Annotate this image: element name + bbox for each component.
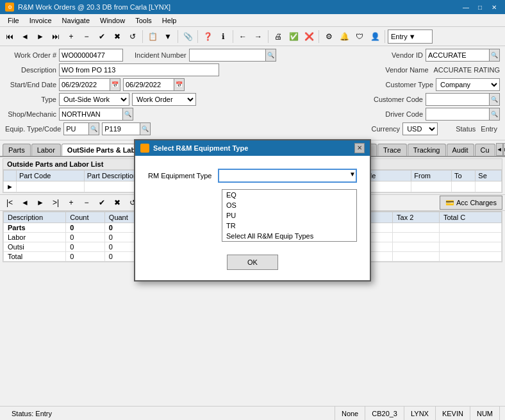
dialog-overlay: Select R&M Equipment Type ✕ RM Equipment… bbox=[0, 0, 505, 420]
dialog-title-icon bbox=[140, 144, 149, 153]
dialog-close-button[interactable]: ✕ bbox=[354, 143, 365, 153]
dropdown-item-tr[interactable]: TR bbox=[222, 221, 356, 231]
rm-equipment-type-select[interactable]: EQ OS PU TR Select All R&M Equip Types bbox=[218, 169, 357, 183]
rm-equipment-type-wrapper: EQ OS PU TR Select All R&M Equip Types ▼ bbox=[218, 169, 357, 183]
dropdown-item-os[interactable]: OS bbox=[222, 200, 356, 210]
dialog-title-text: Select R&M Equipment Type bbox=[153, 144, 248, 152]
dialog-footer: OK bbox=[135, 248, 370, 280]
select-rm-equipment-dialog: Select R&M Equipment Type ✕ RM Equipment… bbox=[134, 139, 371, 281]
dialog-ok-button[interactable]: OK bbox=[227, 255, 278, 270]
dialog-title-bar: Select R&M Equipment Type ✕ bbox=[135, 140, 370, 156]
dialog-field-row: RM Equipment Type EQ OS PU TR Select All… bbox=[148, 169, 357, 183]
dropdown-item-eq[interactable]: EQ bbox=[222, 190, 356, 200]
dropdown-item-all[interactable]: Select All R&M Equip Types bbox=[222, 231, 356, 241]
dropdown-item-pu[interactable]: PU bbox=[222, 210, 356, 221]
dialog-body: RM Equipment Type EQ OS PU TR Select All… bbox=[135, 156, 370, 248]
rm-equipment-type-label: RM Equipment Type bbox=[148, 172, 211, 180]
rm-equipment-dropdown-list: EQ OS PU TR Select All R&M Equip Types bbox=[222, 189, 357, 242]
